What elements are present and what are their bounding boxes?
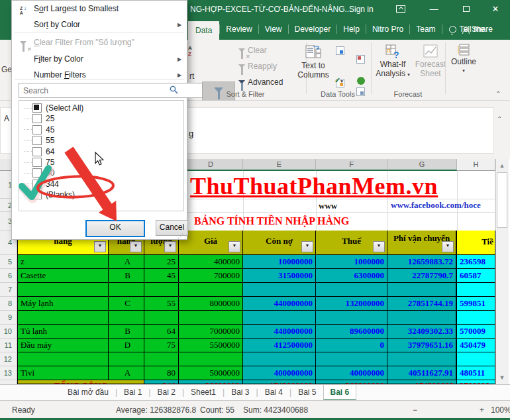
sheet-cell[interactable]: 75 bbox=[144, 339, 179, 352]
filter-value-row[interactable]: (Blanks) bbox=[19, 189, 182, 200]
sheet-cell[interactable] bbox=[144, 311, 179, 325]
checkbox-icon[interactable] bbox=[32, 103, 42, 113]
share-button[interactable]: Share bbox=[462, 19, 493, 40]
scroll-up-icon[interactable]: ▲ bbox=[497, 160, 507, 171]
sheet-cell[interactable] bbox=[17, 311, 109, 325]
sheet-cell[interactable] bbox=[316, 311, 387, 325]
filter-dropdown-icon[interactable]: ▼ bbox=[229, 241, 240, 252]
filter-dropdown-icon[interactable]: ▼ bbox=[301, 241, 313, 252]
facebook-link[interactable]: www.facebook.com/hoce bbox=[391, 200, 495, 211]
sheet-cell[interactable]: 64 bbox=[144, 325, 179, 339]
collapse-ribbon-icon[interactable]: ⌃ bbox=[495, 90, 501, 97]
sheet-cell[interactable]: 40511627.91 bbox=[387, 366, 457, 380]
header-cell[interactable]: Thuế▼ bbox=[316, 231, 387, 255]
reapply-button[interactable]: Reapply bbox=[238, 62, 277, 71]
sheet-cell[interactable]: 236598 bbox=[457, 255, 495, 269]
sheet-cell[interactable]: B bbox=[109, 269, 144, 283]
sheet-cell[interactable]: 700000 bbox=[179, 269, 243, 283]
sheet-cell[interactable] bbox=[179, 283, 243, 297]
sheet-cell[interactable]: 400000000 bbox=[243, 366, 316, 380]
manage-data-model-icon[interactable] bbox=[357, 77, 365, 85]
sheet-tab-Bai-5[interactable]: Bai 5 bbox=[291, 385, 323, 401]
outline-button[interactable]: Outline ▾ bbox=[449, 42, 478, 74]
row-header-5[interactable]: 5 bbox=[0, 255, 17, 269]
filter-dropdown-icon[interactable]: ▼ bbox=[373, 241, 385, 252]
row-header-10[interactable]: 10 bbox=[0, 325, 17, 339]
insert-column-icon[interactable] bbox=[356, 55, 365, 64]
sheet-cell[interactable]: 37979651.16 bbox=[387, 339, 457, 352]
sheet-cell[interactable]: 440000000 bbox=[243, 297, 316, 311]
sheet-cell[interactable]: Máy lạnh bbox=[17, 297, 109, 311]
ribbon-display-options-icon[interactable] bbox=[396, 5, 405, 13]
resize-grip[interactable]: ⋰⋰ bbox=[178, 233, 191, 239]
sheet-cell[interactable] bbox=[457, 283, 495, 297]
sheet-cell[interactable]: 40000000 bbox=[316, 366, 387, 380]
filter-dropdown-icon[interactable]: ▼ bbox=[94, 241, 106, 252]
sheet-cell[interactable]: 55 bbox=[144, 297, 179, 311]
filter-value-row[interactable]: 80 bbox=[19, 168, 182, 178]
scroll-down-icon[interactable]: ▼ bbox=[497, 372, 507, 383]
flash-fill-icon[interactable] bbox=[336, 46, 344, 55]
filter-value-row[interactable]: 45 bbox=[19, 125, 182, 135]
row-header-13[interactable]: 13 bbox=[0, 366, 17, 380]
what-if-analysis-button[interactable]: ? What-If Analysis ▾ bbox=[372, 44, 413, 78]
sheet-cell[interactable]: 10000000 bbox=[243, 255, 316, 269]
sheet-tab-Bai-2[interactable]: Bai 2 bbox=[151, 385, 182, 401]
sheet-cell[interactable]: 5000000 bbox=[179, 366, 243, 380]
filter-dropdown-icon[interactable]: ▼ bbox=[130, 241, 142, 252]
sheet-cell[interactable]: 448000000 bbox=[243, 325, 316, 339]
row-header-6[interactable]: 6 bbox=[0, 269, 17, 283]
ribbon-tab-view[interactable]: View bbox=[259, 19, 288, 40]
sheet-cell[interactable]: D bbox=[109, 339, 144, 352]
sheet-cell[interactable] bbox=[109, 311, 144, 325]
column-header-H[interactable]: H bbox=[457, 159, 495, 171]
clear-filter-button[interactable]: ✕ Clear bbox=[238, 46, 267, 55]
header-cell[interactable]: Còn nợ▼ bbox=[243, 231, 316, 255]
sheet-cell[interactable]: 400000 bbox=[179, 255, 243, 269]
sheet-cell[interactable] bbox=[144, 352, 179, 366]
row-header-12[interactable]: 12 bbox=[0, 352, 17, 366]
sheet-cell[interactable] bbox=[457, 311, 495, 325]
row-header-11[interactable]: 11 bbox=[0, 339, 17, 352]
header-cell[interactable]: Phí vận chuyển▼ bbox=[387, 231, 457, 255]
sheet-cell[interactable] bbox=[17, 352, 109, 366]
sheet-cell[interactable] bbox=[243, 283, 316, 297]
close-button[interactable]: ✕ bbox=[489, 4, 502, 14]
sheet-cell[interactable]: Đầu máy bbox=[17, 339, 109, 352]
sheet-cell[interactable]: 570009 bbox=[457, 325, 495, 339]
ribbon-tab-help[interactable]: Help bbox=[337, 19, 366, 40]
filter-dropdown-icon[interactable]: ▼ bbox=[442, 241, 454, 252]
sheet-cell[interactable] bbox=[109, 283, 144, 297]
sheet-cell[interactable] bbox=[316, 283, 387, 297]
filter-value-row[interactable]: 64 bbox=[19, 146, 182, 157]
sheet-cell[interactable]: A bbox=[109, 255, 144, 269]
sheet-cell[interactable]: 412500000 bbox=[243, 339, 316, 352]
sheet-cell[interactable]: 7000000 bbox=[179, 325, 243, 339]
checkbox-icon[interactable] bbox=[32, 168, 42, 178]
sheet-cell[interactable]: 32409302.33 bbox=[387, 325, 457, 339]
sheet-cell[interactable] bbox=[243, 311, 316, 325]
sheet-cell[interactable]: 12659883.72 bbox=[387, 255, 457, 269]
checkbox-icon[interactable] bbox=[32, 147, 42, 156]
column-header-F[interactable]: F bbox=[316, 159, 387, 171]
column-header-E[interactable]: E bbox=[243, 159, 316, 171]
zoom-in-button[interactable]: + bbox=[480, 405, 484, 415]
sheet-cell[interactable]: 0 bbox=[316, 339, 387, 352]
sheet-cell[interactable]: 60587 bbox=[457, 269, 495, 283]
sheet-cell[interactable] bbox=[17, 283, 109, 297]
sheet-cell[interactable]: 22787790.7 bbox=[387, 269, 457, 283]
sheet-cell[interactable]: 31500000 bbox=[243, 269, 316, 283]
sheet-cell[interactable]: 1000000 bbox=[316, 255, 387, 269]
sheet-cell[interactable]: 5500000 bbox=[179, 339, 243, 352]
sheet-cell[interactable] bbox=[243, 352, 316, 366]
sheet-tab-Bài-mở-đầu[interactable]: Bài mở đầu bbox=[61, 385, 115, 401]
ribbon-tab-review[interactable]: Review bbox=[220, 19, 258, 40]
sheet-cell[interactable]: 25 bbox=[144, 255, 179, 269]
menu-item[interactable]: Sort by Color▶ bbox=[12, 17, 188, 32]
column-header-D[interactable]: D bbox=[179, 159, 243, 171]
expand-formula-bar-icon[interactable]: ⌃ bbox=[497, 115, 502, 123]
sheet-cell[interactable] bbox=[387, 283, 457, 297]
sheet-tab-Bai-6[interactable]: Bai 6 bbox=[323, 385, 357, 401]
ok-button[interactable]: OK bbox=[85, 220, 145, 237]
sheet-cell[interactable]: 480511 bbox=[457, 366, 495, 380]
